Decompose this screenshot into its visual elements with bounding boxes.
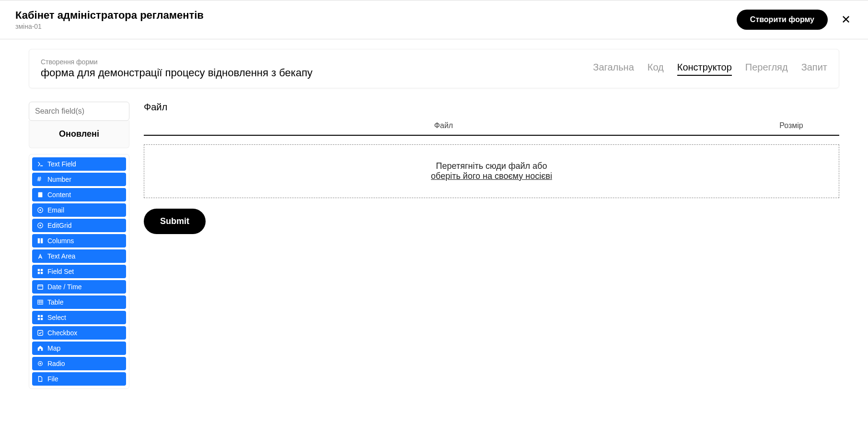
terminal-icon xyxy=(37,161,44,167)
svg-rect-19 xyxy=(41,315,43,317)
tab-general[interactable]: Загальна xyxy=(593,62,634,76)
component-label: Radio xyxy=(47,360,65,367)
grid-icon xyxy=(37,268,44,275)
component-radio[interactable]: Radio xyxy=(32,357,126,370)
component-label: Email xyxy=(47,206,64,214)
svg-point-4 xyxy=(39,224,41,226)
tab-code[interactable]: Код xyxy=(648,62,664,76)
tab-builder[interactable]: Конструктор xyxy=(677,62,732,76)
component-table[interactable]: Table xyxy=(32,295,126,309)
svg-rect-11 xyxy=(38,285,43,290)
component-label: Content xyxy=(47,191,71,199)
component-map[interactable]: Map xyxy=(32,342,126,355)
component-label: Date / Time xyxy=(47,283,82,291)
search-input[interactable] xyxy=(29,102,129,121)
hash-icon xyxy=(37,176,44,183)
submit-button[interactable]: Submit xyxy=(144,209,206,234)
svg-rect-20 xyxy=(38,318,40,320)
component-text-area[interactable]: Text Area xyxy=(32,249,126,263)
component-content[interactable]: Content xyxy=(32,188,126,201)
component-field-set[interactable]: Field Set xyxy=(32,265,126,278)
component-label: EditGrid xyxy=(47,222,72,229)
component-file[interactable]: File xyxy=(32,372,126,386)
svg-rect-21 xyxy=(41,318,43,320)
page-title: форма для демонстрації процесу відновлен… xyxy=(41,67,312,79)
component-label: Table xyxy=(47,298,63,306)
component-number[interactable]: Number xyxy=(32,173,126,186)
component-checkbox[interactable]: Checkbox xyxy=(32,326,126,340)
component-label: Text Area xyxy=(47,252,75,260)
create-form-button[interactable]: Створити форму xyxy=(737,10,828,30)
file-icon xyxy=(37,376,44,382)
component-date-time[interactable]: Date / Time xyxy=(32,280,126,294)
component-label: Checkbox xyxy=(47,329,77,337)
file-dropzone[interactable]: Перетягніть сюди файл або оберіть його н… xyxy=(144,144,839,198)
app-subtitle: зміна-01 xyxy=(15,23,204,30)
svg-rect-18 xyxy=(38,315,40,317)
component-editgrid[interactable]: EditGrid xyxy=(32,219,126,232)
check-icon xyxy=(37,330,44,336)
svg-rect-8 xyxy=(41,269,43,271)
tab-bar: Загальна Код Конструктор Перегляд Запит xyxy=(593,62,827,76)
section-label-file: Файл xyxy=(144,102,839,113)
svg-rect-10 xyxy=(41,272,43,274)
component-sidebar: Оновлені Text FieldNumberContentEmailEdi… xyxy=(29,102,129,389)
browse-link[interactable]: оберіть його на своєму носієві xyxy=(144,171,839,181)
column-header-size: Розмір xyxy=(743,121,839,130)
file-table-header: Файл Розмір xyxy=(144,119,839,136)
component-select[interactable]: Select xyxy=(32,311,126,324)
at-icon xyxy=(37,222,44,229)
category-header[interactable]: Оновлені xyxy=(29,120,129,148)
svg-point-2 xyxy=(39,209,41,211)
component-columns[interactable]: Columns xyxy=(32,234,126,248)
close-icon[interactable]: ✕ xyxy=(839,11,853,28)
svg-point-24 xyxy=(39,363,41,365)
tab-preview[interactable]: Перегляд xyxy=(745,62,788,76)
svg-rect-6 xyxy=(41,238,43,244)
svg-rect-9 xyxy=(38,272,40,274)
font-icon xyxy=(37,253,44,259)
component-text-field[interactable]: Text Field xyxy=(32,157,126,171)
app-title: Кабінет адміністратора регламентів xyxy=(15,9,204,22)
component-label: Field Set xyxy=(47,268,74,275)
breadcrumb: Створення форми xyxy=(41,58,312,66)
svg-rect-0 xyxy=(38,192,43,198)
form-canvas: Файл Файл Розмір Перетягніть сюди файл а… xyxy=(144,102,839,234)
component-label: Columns xyxy=(47,237,74,245)
svg-rect-5 xyxy=(38,238,40,244)
doc-icon xyxy=(37,191,44,198)
component-label: File xyxy=(47,375,58,383)
grid-icon xyxy=(37,314,44,321)
radio-icon xyxy=(37,360,44,367)
table-icon xyxy=(37,299,44,306)
component-label: Text Field xyxy=(47,160,76,168)
component-label: Number xyxy=(47,176,71,183)
at-icon xyxy=(37,207,44,213)
column-header-file: Файл xyxy=(144,121,743,130)
component-label: Map xyxy=(47,344,60,352)
tab-request[interactable]: Запит xyxy=(801,62,827,76)
svg-rect-7 xyxy=(38,269,40,271)
svg-rect-13 xyxy=(38,300,43,305)
calendar-icon xyxy=(37,283,44,290)
component-label: Select xyxy=(47,314,66,321)
component-email[interactable]: Email xyxy=(32,203,126,217)
dropzone-text: Перетягніть сюди файл або xyxy=(144,161,839,171)
columns-icon xyxy=(37,237,44,244)
home-icon xyxy=(37,345,44,352)
